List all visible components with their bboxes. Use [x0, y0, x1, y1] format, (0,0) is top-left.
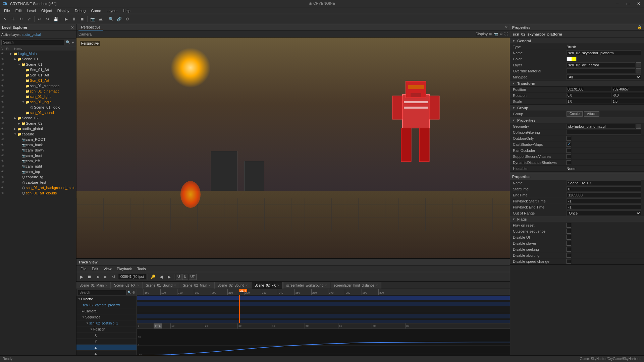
- override-mat-browse[interactable]: ...: [636, 68, 641, 73]
- minimize-button[interactable]: ─: [612, 0, 623, 7]
- ut-btn[interactable]: UT: [189, 274, 197, 280]
- link-btn[interactable]: 🔗: [115, 15, 123, 23]
- tree-item-art-clouds[interactable]: 👁 ⬡ scn_01_art_clouds: [0, 190, 76, 196]
- track-menu-view[interactable]: View: [101, 266, 114, 272]
- stop-btn[interactable]: ⏹: [78, 15, 86, 23]
- track-item-camera[interactable]: ▶ Camera: [76, 308, 137, 314]
- vp-settings-icon[interactable]: ⚙: [499, 32, 503, 36]
- geometry-browse[interactable]: ...: [636, 124, 641, 129]
- tree-item-capture[interactable]: 👁 ▼ 📁 capture: [0, 131, 76, 137]
- disable-speed-checkbox[interactable]: [567, 259, 571, 264]
- tab-close[interactable]: ✕: [137, 284, 140, 287]
- menu-display[interactable]: Display: [55, 8, 72, 13]
- tree-item-scene01-1[interactable]: 👁 ▶ 📁 Scene_01: [0, 56, 76, 62]
- expand-icon[interactable]: ▶: [17, 122, 21, 125]
- track-item-director[interactable]: ▼ Director: [76, 296, 137, 302]
- expand-icon[interactable]: ▶: [13, 127, 17, 130]
- menu-file[interactable]: File: [1, 8, 13, 13]
- override-mat-input[interactable]: [567, 68, 635, 73]
- outdoor-checkbox[interactable]: [567, 136, 571, 141]
- timeline-tracks[interactable]: -48.081, -1 -46.081 -170.783: [137, 295, 510, 323]
- obj-props-section-header[interactable]: ▼ Properties: [510, 117, 644, 123]
- u-key-btn[interactable]: U: [176, 274, 181, 280]
- scale-x-input[interactable]: [567, 99, 611, 104]
- redo-btn[interactable]: ↪: [44, 15, 51, 23]
- menu-level[interactable]: Level: [24, 8, 39, 13]
- tab-close[interactable]: ✕: [376, 284, 378, 287]
- track-item-pos-x[interactable]: X: [76, 333, 137, 339]
- castshadow-checkbox[interactable]: ✓: [567, 142, 571, 147]
- menu-layout[interactable]: Layout: [104, 8, 120, 13]
- track-item-sequence[interactable]: ▼ Sequence: [76, 314, 137, 320]
- tree-item-cam-down[interactable]: 👁 📷 cam_down: [0, 147, 76, 153]
- tree-item-scene02-1[interactable]: 👁 ▶ 📁 Scene_02: [0, 115, 76, 121]
- expand-icon[interactable]: ▼: [86, 322, 89, 325]
- terrain-btn[interactable]: ⛰: [97, 15, 104, 23]
- tab-close[interactable]: ✕: [208, 284, 211, 287]
- tree-item-cinematic1[interactable]: 👁 📁 scn_01_cinematic: [0, 83, 76, 88]
- select-tool[interactable]: ↖: [1, 15, 9, 23]
- expand-icon[interactable]: ▼: [78, 298, 80, 301]
- tree-item-art-bg-main[interactable]: 👁 ⬡ scn_01_art_background_main: [0, 185, 76, 190]
- expand-icon[interactable]: ▼: [90, 328, 93, 331]
- disable-seeking-checkbox[interactable]: [567, 247, 571, 252]
- tab-screenfader-hmd[interactable]: screenfader_hmd_distance ✕: [331, 282, 381, 289]
- tree-item-cam-front[interactable]: 👁 📷 cam_front: [0, 153, 76, 158]
- vp-maximize-icon[interactable]: ⛶: [504, 32, 508, 36]
- play-on-reset-checkbox[interactable]: [567, 223, 571, 228]
- tree-item-audio-global[interactable]: 👁 ▶ 📁 audio_global: [0, 126, 76, 131]
- pos-x-input[interactable]: [567, 87, 611, 92]
- undo-btn[interactable]: ↩: [36, 15, 43, 23]
- tab-scene02-sound[interactable]: Scene_02_Sound ✕: [214, 282, 251, 289]
- track-prev-btn[interactable]: ⏮: [94, 273, 101, 281]
- tree-item-cam-back[interactable]: 👁 📷 cam_back: [0, 142, 76, 147]
- tree-item-logic-main[interactable]: 👁 ▶ 📁 Logic_Main: [0, 51, 76, 56]
- tab-scene01-sound[interactable]: Scene_01_Sound ✕: [143, 282, 180, 289]
- pause-btn[interactable]: ⏸: [70, 15, 78, 23]
- scale-y-input[interactable]: [612, 99, 644, 104]
- close-button[interactable]: ✕: [633, 0, 644, 7]
- tree-item-scene02-2[interactable]: 👁 ▶ 📁 Scene_02: [0, 121, 76, 126]
- out-of-range-select[interactable]: Once Loop Ping-Pong Constant: [567, 210, 641, 216]
- track-menu-file[interactable]: File: [78, 266, 89, 272]
- minspec-select[interactable]: All: [567, 74, 641, 80]
- tab-scene02-fx[interactable]: Scene_02_FX ✕: [252, 282, 283, 289]
- play-game-btn[interactable]: ▶: [62, 15, 70, 23]
- tab-close[interactable]: ✕: [105, 284, 108, 287]
- tree-item-art3[interactable]: 👁 📁 Scn_01_Art: [0, 78, 76, 83]
- rot-x-input[interactable]: [567, 93, 611, 98]
- track-search-input[interactable]: [78, 290, 127, 295]
- expand-icon[interactable]: ▼: [13, 133, 17, 136]
- search-btn[interactable]: 🔍: [107, 15, 115, 23]
- expand-icon[interactable]: ▶: [13, 117, 17, 120]
- cutscene-checkbox[interactable]: [567, 229, 571, 234]
- u-alt-btn[interactable]: U: [182, 274, 188, 280]
- track-item-position[interactable]: ▼ Position: [76, 326, 137, 333]
- camera-btn[interactable]: 📷: [89, 15, 96, 23]
- flags-section-header[interactable]: ▼ Flags: [510, 216, 644, 222]
- track-key-btn[interactable]: 🔑: [149, 273, 157, 281]
- tab-scene01-main[interactable]: Scene_01_Main ✕: [76, 282, 111, 289]
- menu-object[interactable]: Object: [39, 8, 55, 13]
- menu-edit[interactable]: Edit: [13, 8, 24, 13]
- tab-scene02-main[interactable]: Scene_02_Main ✕: [180, 282, 214, 289]
- tree-item-capture-test[interactable]: 👁 ⬡ capture_test: [0, 180, 76, 185]
- track-menu-tools[interactable]: Tools: [135, 266, 149, 272]
- track-item-postship[interactable]: ▼ scn_02_postship_1: [76, 320, 137, 326]
- seq-name-input[interactable]: [567, 180, 641, 185]
- tab-close[interactable]: ✕: [277, 284, 280, 287]
- expand-icon[interactable]: ▼: [21, 101, 25, 104]
- tab-scene01-fx[interactable]: Scene_01_FX ✕: [111, 282, 142, 289]
- track-stop-btn[interactable]: ⏹: [86, 273, 93, 281]
- tree-view[interactable]: 👁 ▶ 📁 Logic_Main 👁 ▶ 📁 Scene_01 👁 ▼ 📁 Sc…: [0, 51, 76, 362]
- track-list[interactable]: 🔍 ⚙ ▼ Director scn_02_camera_preview ▶ C…: [76, 289, 137, 362]
- layer-browse-btn[interactable]: ...: [636, 62, 641, 67]
- track-item-pos-y[interactable]: Y: [76, 339, 137, 345]
- create-btn[interactable]: Create: [567, 111, 583, 117]
- track-next-key[interactable]: ▶: [165, 273, 173, 281]
- track-menu-playback[interactable]: Playback: [114, 266, 135, 272]
- tree-item-scene01-logic[interactable]: 👁 ⬡ Scene_01_logic: [0, 105, 76, 110]
- tree-item-cam-right[interactable]: 👁 📷 cam_right: [0, 164, 76, 169]
- tree-item-cam-left[interactable]: 👁 📷 cam_left: [0, 158, 76, 164]
- tree-item-art1[interactable]: 👁 📁 Scn_01_Art: [0, 67, 76, 72]
